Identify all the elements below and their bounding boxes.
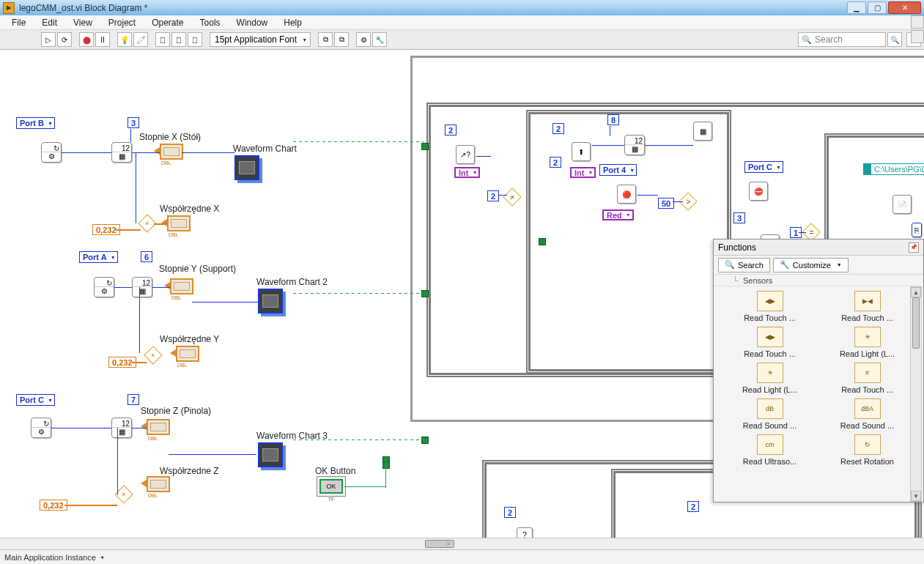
palette-item[interactable]: ◀▶Read Touch ... (722, 291, 817, 322)
color-sensor-node[interactable]: 🔴 (617, 185, 636, 204)
const-2a[interactable]: 2 (445, 125, 457, 136)
palette-customize-button[interactable]: 🔧Customize (773, 258, 849, 272)
enum-int-2[interactable]: Int (570, 167, 596, 178)
multiply-y-node[interactable]: × (144, 346, 162, 364)
open-file-node[interactable]: 📄 (892, 195, 912, 214)
port-c2-selector[interactable]: Port C (744, 161, 783, 173)
const-6[interactable]: 6 (141, 251, 152, 262)
wire (182, 152, 234, 153)
menu-operate[interactable]: Operate (144, 16, 191, 29)
scroll-up-icon[interactable]: ▲ (911, 287, 921, 297)
enum-int-1[interactable]: Int (454, 167, 480, 178)
index-array-node-3[interactable]: 12▦ (111, 418, 132, 438)
tunnel (421, 143, 429, 150)
index-array-node-2[interactable]: 12▦ (132, 277, 152, 297)
select-function-node[interactable]: ↗? (456, 145, 475, 164)
highlight-exec-button[interactable]: 💡 (117, 32, 132, 47)
const-3[interactable]: 3 (127, 117, 139, 128)
const-2f[interactable]: 2 (687, 501, 699, 512)
const-0232-z[interactable]: 0,232 (40, 500, 67, 511)
read-rotation-b-node[interactable]: ↻⚙ (41, 142, 62, 163)
distribute-objects-button[interactable]: ⧉ (334, 32, 349, 47)
read-rotation-c-node[interactable]: ↻⚙ (31, 418, 51, 438)
maximize-button[interactable] (868, 1, 887, 14)
wire (154, 223, 167, 225)
const-2e[interactable]: 2 (504, 507, 516, 518)
reorder-button[interactable]: ⚙ (356, 32, 371, 47)
scroll-thumb[interactable] (912, 297, 920, 349)
const-2b[interactable]: 2 (487, 190, 499, 201)
port-b-selector[interactable]: Port B (16, 117, 55, 129)
canvas-horizontal-scrollbar[interactable]: ≡ (0, 538, 924, 549)
menu-help[interactable]: Help (276, 16, 309, 29)
pin-icon[interactable]: 📌 (909, 242, 919, 253)
close-button[interactable] (888, 1, 921, 14)
search-go-button[interactable]: 🔍 (887, 32, 902, 47)
palette-item[interactable]: cmRead Ultraso... (722, 434, 817, 466)
port-a-selector[interactable]: Port A (79, 251, 118, 263)
run-button[interactable]: ▷ (41, 32, 56, 47)
step-into-button[interactable]: ⎕ (155, 32, 170, 47)
pause-button[interactable]: II (95, 32, 110, 47)
step-over-button[interactable]: ⎕ (171, 32, 186, 47)
const-2c[interactable]: 2 (552, 123, 564, 134)
wire (637, 195, 658, 196)
palette-item[interactable]: ☀Read Light (L... (820, 327, 914, 358)
minimize-button[interactable] (847, 1, 866, 14)
port-4-selector[interactable]: Port 4 (599, 164, 637, 176)
palette-item[interactable]: ↻Reset Rotation (820, 434, 914, 466)
window-title: legoCMM_ost.vi Block Diagram * (19, 3, 147, 13)
palette-item[interactable]: ▶◀Read Touch ... (820, 291, 914, 322)
ok-button-control[interactable]: OK (317, 476, 346, 497)
const-3b[interactable]: 3 (733, 212, 745, 223)
palette-item[interactable]: #Read Touch ... (820, 363, 914, 394)
functions-palette[interactable]: Functions 📌 🔍Search 🔧Customize Sensors ◀… (713, 239, 924, 502)
wire (64, 505, 117, 506)
palette-item[interactable]: dBRead Sound ... (722, 398, 817, 430)
chevron-left-icon[interactable]: ◂ (100, 554, 103, 560)
cleanup-button[interactable]: 🔧 (372, 32, 387, 47)
font-select[interactable]: 15pt Application Font (210, 32, 311, 47)
index-array-node[interactable]: 12▦ (111, 142, 132, 163)
motor-on-node[interactable]: ⬆ (572, 142, 591, 161)
const-2d[interactable]: 2 (550, 157, 561, 168)
wire (114, 287, 132, 288)
menu-edit[interactable]: Edit (34, 16, 64, 29)
palette-scrollbar[interactable]: ▲ ▼ (910, 286, 922, 502)
file-path-constant[interactable]: C:\Users\PG\D (863, 163, 924, 175)
scroll-down-icon[interactable]: ▼ (911, 491, 921, 501)
sensor-icon: dBA (854, 398, 881, 419)
step-out-button[interactable]: ⎕ (188, 32, 202, 47)
menu-file[interactable]: File (4, 16, 33, 29)
const-50[interactable]: 50 (658, 198, 674, 209)
align-objects-button[interactable]: ⧉ (318, 32, 333, 47)
retain-wire-button[interactable]: 🧷 (133, 32, 148, 47)
waveform-chart-2[interactable] (258, 289, 283, 313)
const-8[interactable]: 8 (607, 114, 619, 125)
run-continuous-button[interactable]: ⟳ (57, 32, 72, 47)
palette-item[interactable]: ☀Read Light (L... (722, 363, 817, 394)
read-rotation-a-node[interactable]: ↻⚙ (94, 277, 114, 297)
menu-view[interactable]: View (66, 16, 100, 29)
indicator-wsp-x: DBL (167, 215, 191, 231)
port-c-selector[interactable]: Port C (16, 394, 55, 406)
menu-tools[interactable]: Tools (193, 16, 228, 29)
waveform-chart-3[interactable] (258, 442, 283, 467)
palette-search-button[interactable]: 🔍Search (718, 258, 770, 272)
not-equal-node[interactable]: ≠ (503, 188, 521, 206)
enum-red[interactable]: Red (602, 209, 634, 220)
abort-button[interactable]: ⬤ (79, 32, 94, 47)
error-cluster-node[interactable]: ⎘ (912, 223, 922, 237)
stop-node[interactable]: ▦ (693, 122, 712, 141)
menu-project[interactable]: Project (101, 16, 143, 29)
menu-window[interactable]: Window (229, 16, 276, 29)
brake-motor-node[interactable]: ⛔ (749, 182, 768, 201)
const-7[interactable]: 7 (127, 394, 139, 405)
search-input[interactable]: 🔍 Search (798, 32, 886, 47)
palette-item[interactable]: ◀▶Read Touch ... (722, 327, 817, 358)
palette-item[interactable]: dBARead Sound ... (820, 398, 914, 430)
index-array-node-4[interactable]: 12▦ (624, 135, 645, 155)
indicator-stopnie-z: DBL (147, 419, 170, 435)
waveform-chart-1[interactable] (234, 155, 259, 180)
sensor-icon: ◀▶ (757, 327, 783, 347)
